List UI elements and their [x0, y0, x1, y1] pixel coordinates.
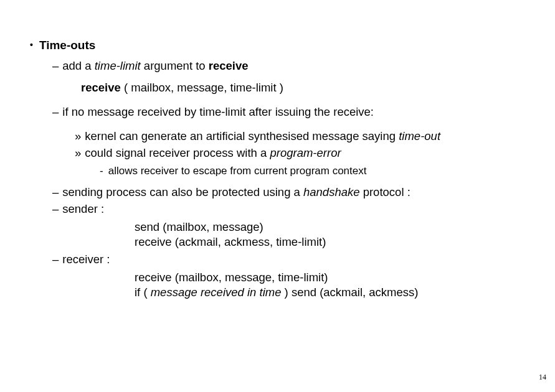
text-fragment: sender : — [62, 202, 104, 217]
text-fragment: add a — [62, 59, 94, 72]
sender-code-block: send (mailbox, message) receive (ackmail… — [135, 220, 530, 250]
line-sending-protected: – sending process can also be protected … — [52, 185, 530, 200]
text-fragment: receiver : — [62, 252, 110, 268]
code-line: receive (ackmail, ackmess, time-limit) — [135, 235, 530, 250]
slide-content: • Time-outs – add a time-limit argument … — [0, 0, 555, 301]
code-line: receive (mailbox, message, time-limit) — [135, 270, 530, 285]
raquo-icon: » — [75, 146, 81, 161]
sub-signal: » could signal receiver process with a p… — [75, 146, 530, 161]
dash-icon: – — [52, 202, 59, 217]
receiver-code-block: receive (mailbox, message, time-limit) i… — [135, 270, 530, 300]
line-add-time-limit: – add a time-limit argument to receive — [52, 58, 530, 74]
title-text: Time-outs — [39, 37, 95, 54]
code-line: if ( message received in time ) send (ac… — [135, 285, 530, 300]
bullet-dot-icon: • — [30, 39, 33, 51]
title-bullet: • Time-outs — [30, 37, 530, 54]
text-fragment: ( mailbox, message, time-limit ) — [121, 81, 283, 94]
text-fragment: if no message received by time-limit aft… — [62, 105, 374, 120]
bold-fragment: receive — [81, 81, 121, 94]
sub-kernel: » kernel can generate an artificial synt… — [75, 129, 530, 144]
text-fragment: could signal receiver process with a — [85, 146, 270, 159]
raquo-icon: » — [75, 129, 81, 144]
italic-fragment: time-out — [399, 129, 440, 142]
line-sending-content: sending process can also be protected us… — [62, 185, 410, 200]
sub-allows: - allows receiver to escape from current… — [100, 164, 530, 179]
dash-icon: – — [52, 185, 59, 200]
text-fragment: kernel can generate an artificial synthe… — [85, 129, 399, 142]
dash-icon: – — [52, 252, 59, 268]
code-line: send (mailbox, message) — [135, 220, 530, 235]
line-sender-label: – sender : — [52, 202, 530, 217]
sub-signal-content: could signal receiver process with a pro… — [85, 146, 341, 161]
bold-fragment: receive — [209, 59, 249, 72]
text-fragment: allows receiver to escape from current p… — [108, 164, 367, 179]
text-fragment: ) send (ackmail, ackmess) — [281, 286, 418, 299]
dash-icon: – — [52, 58, 59, 74]
text-fragment: protocol : — [360, 185, 410, 198]
sub-kernel-content: kernel can generate an artificial synthe… — [85, 129, 440, 144]
line-add-content: add a time-limit argument to receive — [62, 58, 248, 74]
line-if-no-message: – if no message received by time-limit a… — [52, 105, 530, 120]
italic-fragment: handshake — [303, 185, 360, 198]
text-fragment: argument to — [141, 59, 209, 72]
page-number: 14 — [539, 373, 546, 382]
italic-fragment: program-error — [270, 146, 341, 159]
text-fragment: sending process can also be protected us… — [62, 185, 303, 198]
line-receiver-label: – receiver : — [52, 252, 530, 268]
receive-signature: receive ( mailbox, message, time-limit ) — [81, 80, 530, 96]
italic-fragment: message received in time — [151, 286, 282, 299]
dash-icon: – — [52, 105, 59, 120]
text-fragment: if ( — [135, 286, 151, 299]
hyphen-icon: - — [100, 164, 103, 179]
italic-fragment: time-limit — [95, 59, 141, 72]
